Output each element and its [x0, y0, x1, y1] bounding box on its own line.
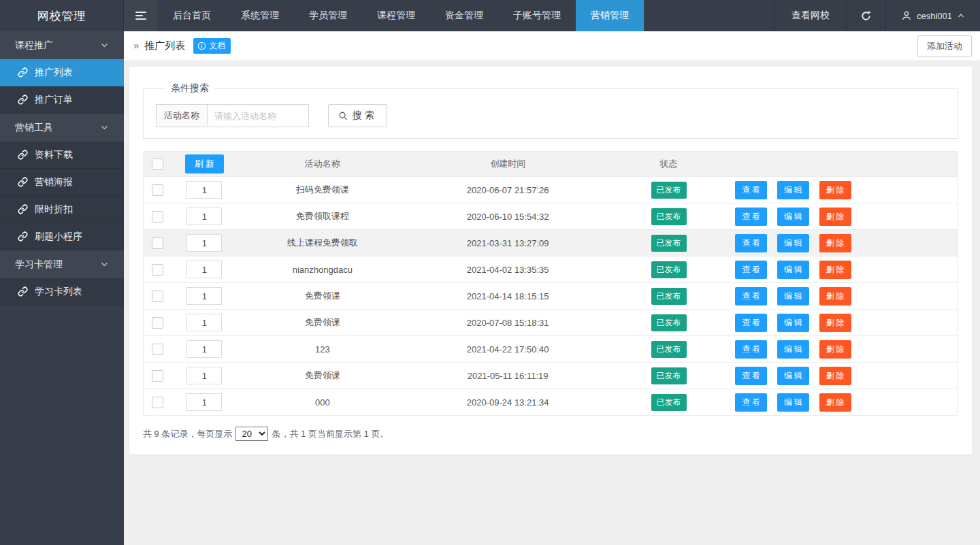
- row-checkbox[interactable]: [152, 237, 163, 249]
- table-row: 123 2021-04-22 17:50:40 已发布 查看 编辑 删除: [144, 336, 958, 363]
- sidebar-item-0-0[interactable]: 推广列表: [0, 59, 124, 86]
- row-activity-name: 线上课程免费领取: [237, 230, 408, 257]
- edit-button[interactable]: 编辑: [777, 287, 809, 305]
- table-row: 扫码免费领课 2020-06-07 21:57:26 已发布 查看 编辑 删除: [144, 177, 958, 203]
- breadcrumb-caret-icon: »: [133, 39, 139, 51]
- row-checkbox[interactable]: [152, 397, 163, 408]
- topnav-item-funds[interactable]: 资金管理: [430, 0, 498, 31]
- link-icon: [18, 150, 28, 160]
- sidebar-item-0-1[interactable]: 推广订单: [0, 86, 124, 114]
- delete-button[interactable]: 删除: [819, 393, 851, 412]
- menu-toggle-button[interactable]: [124, 0, 158, 31]
- delete-button[interactable]: 删除: [819, 234, 851, 252]
- status-badge: 已发布: [651, 261, 687, 278]
- edit-button[interactable]: 编辑: [777, 181, 809, 199]
- topnav-item-system[interactable]: 系统管理: [226, 0, 294, 31]
- sidebar-item-2-0[interactable]: 学习卡列表: [0, 278, 124, 305]
- top-navigation: 后台首页 系统管理 学员管理 课程管理 资金管理 子账号管理 营销管理: [158, 0, 644, 31]
- search-icon: [338, 111, 348, 121]
- topnav-item-students[interactable]: 学员管理: [294, 0, 362, 31]
- add-activity-button[interactable]: 添加活动: [917, 35, 972, 57]
- link-icon: [18, 177, 28, 187]
- refresh-list-button[interactable]: 刷新: [185, 154, 224, 174]
- view-button[interactable]: 查看: [735, 287, 767, 305]
- view-button[interactable]: 查看: [735, 367, 767, 385]
- row-checkbox[interactable]: [152, 317, 163, 329]
- sidebar-item-1-2[interactable]: 限时折扣: [0, 196, 124, 223]
- edit-button[interactable]: 编辑: [777, 393, 809, 412]
- row-order-input[interactable]: [186, 208, 222, 225]
- row-created-time: 2021-04-02 13:35:35: [408, 257, 608, 283]
- delete-button[interactable]: 删除: [819, 287, 851, 305]
- refresh-page-button[interactable]: [847, 0, 886, 31]
- row-order-input[interactable]: [186, 367, 222, 384]
- row-order-input[interactable]: [186, 261, 222, 278]
- delete-button[interactable]: 删除: [819, 340, 851, 359]
- delete-button[interactable]: 删除: [819, 181, 851, 199]
- edit-button[interactable]: 编辑: [777, 234, 809, 252]
- chevron-up-icon: [957, 12, 965, 20]
- sidebar-item-1-3[interactable]: 刷题小程序: [0, 223, 124, 250]
- row-order-input[interactable]: [186, 393, 222, 411]
- row-order-input[interactable]: [186, 287, 222, 305]
- sidebar-group-header[interactable]: 学习卡管理: [0, 250, 124, 278]
- view-button[interactable]: 查看: [735, 393, 767, 412]
- row-checkbox[interactable]: [152, 211, 163, 222]
- edit-button[interactable]: 编辑: [777, 208, 809, 226]
- edit-button[interactable]: 编辑: [777, 367, 809, 385]
- view-button[interactable]: 查看: [735, 208, 767, 226]
- edit-button[interactable]: 编辑: [777, 261, 809, 279]
- delete-button[interactable]: 删除: [819, 261, 851, 279]
- status-badge: 已发布: [651, 394, 687, 411]
- row-created-time: 2021-04-22 17:50:40: [408, 336, 608, 363]
- row-checkbox[interactable]: [152, 370, 163, 382]
- refresh-icon: [860, 10, 872, 22]
- sidebar-item-1-1[interactable]: 营销海报: [0, 169, 124, 196]
- status-badge: 已发布: [651, 235, 687, 252]
- column-header-created: 创建时间: [408, 152, 608, 177]
- row-order-input[interactable]: [186, 234, 222, 252]
- row-created-time: 2020-07-08 15:18:31: [408, 310, 608, 336]
- row-order-input[interactable]: [186, 340, 222, 358]
- delete-button[interactable]: 删除: [819, 208, 851, 226]
- table-row: 免费领取课程 2020-06-10 15:54:32 已发布 查看 编辑 删除: [144, 203, 958, 230]
- view-button[interactable]: 查看: [735, 314, 767, 332]
- view-button[interactable]: 查看: [735, 261, 767, 279]
- row-activity-name: 扫码免费领课: [237, 177, 408, 203]
- status-badge: 已发布: [651, 367, 687, 384]
- row-order-input[interactable]: [186, 181, 222, 199]
- link-icon: [18, 231, 28, 242]
- row-checkbox[interactable]: [152, 344, 163, 355]
- table-row: nianzhongdacu 2021-04-02 13:35:35 已发布 查看…: [144, 257, 958, 283]
- doc-badge[interactable]: 文档: [193, 38, 231, 54]
- row-checkbox[interactable]: [152, 184, 163, 196]
- topnav-item-dashboard[interactable]: 后台首页: [158, 0, 226, 31]
- row-checkbox[interactable]: [152, 291, 163, 302]
- topnav-item-subaccounts[interactable]: 子账号管理: [498, 0, 576, 31]
- view-button[interactable]: 查看: [735, 340, 767, 359]
- search-button[interactable]: 搜索: [328, 104, 387, 127]
- table-row: 000 2020-09-24 13:21:34 已发布 查看 编辑 删除: [144, 389, 958, 416]
- topnav-item-courses[interactable]: 课程管理: [362, 0, 430, 31]
- row-activity-name: nianzhongdacu: [237, 257, 408, 283]
- edit-button[interactable]: 编辑: [777, 314, 809, 332]
- table-header-row: 刷新 活动名称 创建时间 状态: [144, 152, 958, 177]
- view-school-button[interactable]: 查看网校: [774, 0, 847, 31]
- topnav-item-marketing[interactable]: 营销管理: [576, 0, 644, 31]
- pagination-text-before: 共 9 条记录，每页显示: [143, 428, 232, 440]
- delete-button[interactable]: 删除: [819, 367, 851, 385]
- row-order-input[interactable]: [186, 314, 222, 331]
- activity-name-input[interactable]: [207, 104, 309, 127]
- delete-button[interactable]: 删除: [819, 314, 851, 332]
- page-size-select[interactable]: 20: [235, 427, 268, 441]
- row-checkbox[interactable]: [152, 264, 163, 276]
- select-all-checkbox[interactable]: [152, 159, 163, 170]
- edit-button[interactable]: 编辑: [777, 340, 809, 359]
- user-menu[interactable]: ceshi001: [886, 0, 980, 31]
- sidebar-item-1-0[interactable]: 资料下载: [0, 142, 124, 169]
- view-button[interactable]: 查看: [735, 181, 767, 199]
- sidebar-group-header[interactable]: 营销工具: [0, 114, 124, 142]
- row-created-time: 2021-03-31 13:27:09: [408, 230, 608, 257]
- view-button[interactable]: 查看: [735, 234, 767, 252]
- sidebar-group-header[interactable]: 课程推广: [0, 31, 124, 59]
